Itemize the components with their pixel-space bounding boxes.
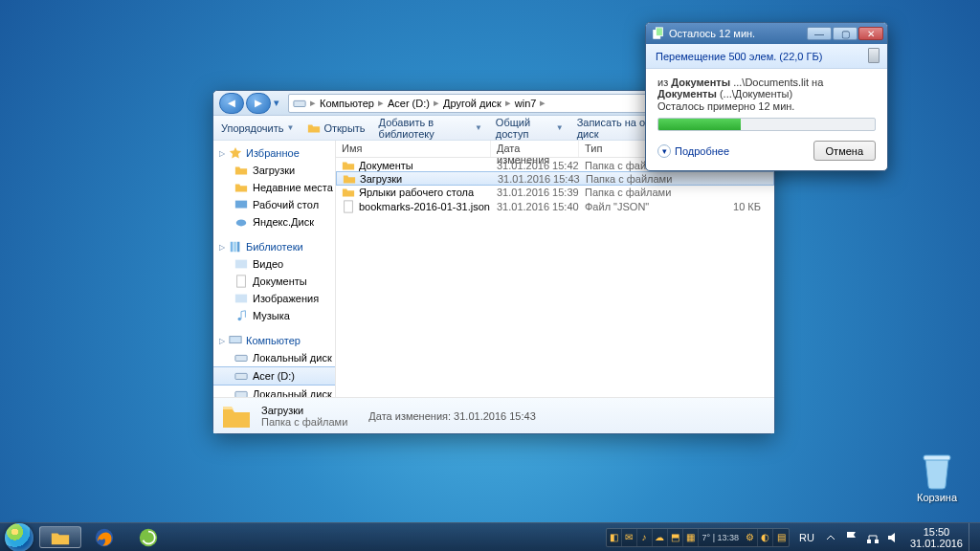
svg-point-7 <box>236 219 247 226</box>
firefox-icon <box>94 527 115 548</box>
start-button[interactable] <box>0 523 38 551</box>
cancel-button[interactable]: Отмена <box>813 141 876 161</box>
widget-icon[interactable]: ▦ <box>683 529 699 546</box>
taskbar-explorer[interactable] <box>39 526 81 548</box>
add-to-library-button[interactable]: Добавить в библиотеку▼ <box>379 117 482 140</box>
drive-icon <box>234 387 248 397</box>
widget-icon[interactable]: ▤ <box>773 529 789 546</box>
dialog-title: Осталось 12 мин. <box>669 28 755 39</box>
svg-rect-16 <box>235 355 247 361</box>
nav-back-button[interactable]: ◄ <box>219 93 244 114</box>
nav-history-dropdown[interactable]: ▾ <box>271 97 282 109</box>
widget-icon[interactable]: ◧ <box>607 529 622 546</box>
widget-icon[interactable]: ☁ <box>653 529 668 546</box>
widget-icon[interactable]: ♪ <box>637 529 653 546</box>
sidebar-item-pictures[interactable]: Изображения <box>213 290 335 307</box>
spiral-icon <box>138 527 159 548</box>
file-copy-dialog: Осталось 12 мин. — ▢ ✕ Перемещение 500 э… <box>645 22 888 171</box>
sidebar-favorites-head[interactable]: ▷Избранное <box>213 144 335 162</box>
widget-icon[interactable]: ◐ <box>758 529 773 546</box>
svg-rect-22 <box>345 200 353 211</box>
sidebar-libraries-head[interactable]: ▷Библиотеки <box>213 238 335 255</box>
sidebar-item-drive-c[interactable]: Локальный диск (C:) <box>213 349 335 366</box>
recycle-bin-label: Корзина <box>917 492 957 503</box>
details-pane: Загрузки Папка с файлами Дата изменения:… <box>213 397 774 433</box>
breadcrumb-item[interactable]: win7 <box>515 98 537 109</box>
sidebar-item-drive-d[interactable]: Acer (D:) <box>213 366 335 386</box>
sidebar-item-drive-e[interactable]: Локальный диск (E:) <box>213 386 335 397</box>
file-row[interactable]: Ярлыки рабочего стола31.01.2016 15:39Пап… <box>336 185 774 199</box>
svg-rect-12 <box>237 276 246 287</box>
video-icon <box>234 257 248 271</box>
details-type: Папка с файлами <box>261 416 347 428</box>
open-button[interactable]: Открыть <box>307 121 365 135</box>
sidebar-item-recent[interactable]: Недавние места <box>213 179 335 196</box>
folder-icon <box>234 164 248 177</box>
music-icon <box>234 309 248 322</box>
svg-rect-6 <box>235 201 247 209</box>
breadcrumb-item[interactable]: Компьютер <box>320 98 374 109</box>
address-bar[interactable]: ▸ Компьютер▸ Acer (D:)▸ Другой диск▸ win… <box>288 94 698 113</box>
copy-path-text: из Документы ...\Documents.lit на Докуме… <box>657 77 876 99</box>
widget-icon[interactable]: ⬒ <box>668 529 683 546</box>
sidebar-item-desktop[interactable]: Рабочий стол <box>213 196 335 213</box>
file-row[interactable]: bookmarks-2016-01-31.json31.01.2016 15:4… <box>336 199 774 213</box>
svg-rect-11 <box>235 260 247 269</box>
dialog-header: Перемещение 500 элем. (22,0 ГБ) <box>646 44 887 69</box>
clock[interactable]: 15:50 31.01.2016 <box>904 526 969 549</box>
svg-rect-8 <box>231 242 234 253</box>
pictures-icon <box>234 292 248 305</box>
recycle-bin[interactable]: Корзина <box>917 452 957 503</box>
widget-text: 7° | 13:38 <box>699 533 743 542</box>
more-details-button[interactable]: ▾Подробнее <box>657 144 729 158</box>
drive-icon <box>868 48 880 63</box>
tray-chevron-icon[interactable] <box>823 530 838 545</box>
svg-rect-4 <box>924 455 950 460</box>
widget-icon[interactable]: ✉ <box>622 529 637 546</box>
file-row[interactable]: Загрузки31.01.2016 15:43Папка с файлами <box>336 171 774 186</box>
share-button[interactable]: Общий доступ▼ <box>496 117 564 140</box>
language-indicator[interactable]: RU <box>793 532 820 543</box>
details-name: Загрузки <box>261 405 347 416</box>
taskbar-app[interactable] <box>127 526 169 548</box>
col-date[interactable]: Дата изменения <box>491 141 579 157</box>
svg-rect-10 <box>237 242 240 253</box>
network-tray-icon[interactable] <box>865 530 880 545</box>
svg-point-14 <box>238 318 242 321</box>
drive-icon <box>234 351 248 364</box>
breadcrumb-item[interactable]: Другой диск <box>443 98 501 109</box>
documents-icon <box>234 275 248 288</box>
time-remaining: Осталось примерно 12 мин. <box>657 100 876 112</box>
widget-icon[interactable]: ⚙ <box>743 529 758 546</box>
maximize-button[interactable]: ▢ <box>833 27 858 40</box>
sidebar-computer-head[interactable]: ▷Компьютер <box>213 332 335 349</box>
show-desktop-button[interactable] <box>969 523 978 551</box>
computer-icon <box>229 334 242 347</box>
taskbar-firefox[interactable] <box>83 526 125 548</box>
drive-icon <box>234 369 248 383</box>
col-name[interactable]: Имя <box>336 141 491 157</box>
folder-icon <box>50 527 71 548</box>
svg-rect-13 <box>235 295 247 303</box>
svg-rect-15 <box>230 337 241 343</box>
minimize-button[interactable]: — <box>807 27 832 40</box>
libraries-icon <box>229 240 242 253</box>
star-icon <box>229 146 242 160</box>
taskbar: ◧ ✉ ♪ ☁ ⬒ ▦ 7° | 13:38 ⚙ ◐ ▤ RU 15:50 31… <box>0 522 980 551</box>
organize-button[interactable]: Упорядочить▼ <box>221 122 294 134</box>
volume-icon[interactable] <box>886 530 902 545</box>
sidebar-item-documents[interactable]: Документы <box>213 273 335 290</box>
drive-icon <box>293 97 306 110</box>
breadcrumb-item[interactable]: Acer (D:) <box>388 98 430 109</box>
svg-rect-5 <box>294 100 305 106</box>
close-button[interactable]: ✕ <box>858 27 883 40</box>
sidebar-item-yadisk[interactable]: Яндекс.Диск <box>213 213 335 231</box>
dialog-titlebar[interactable]: Осталось 12 мин. — ▢ ✕ <box>646 23 887 44</box>
tray-widget[interactable]: ◧ ✉ ♪ ☁ ⬒ ▦ 7° | 13:38 ⚙ ◐ ▤ <box>606 528 790 547</box>
sidebar-item-videos[interactable]: Видео <box>213 255 335 273</box>
nav-forward-button[interactable]: ► <box>246 93 271 114</box>
flag-icon[interactable] <box>844 530 859 545</box>
sidebar-item-music[interactable]: Музыка <box>213 307 335 324</box>
sidebar-item-downloads[interactable]: Загрузки <box>213 162 335 179</box>
open-icon <box>307 121 321 135</box>
